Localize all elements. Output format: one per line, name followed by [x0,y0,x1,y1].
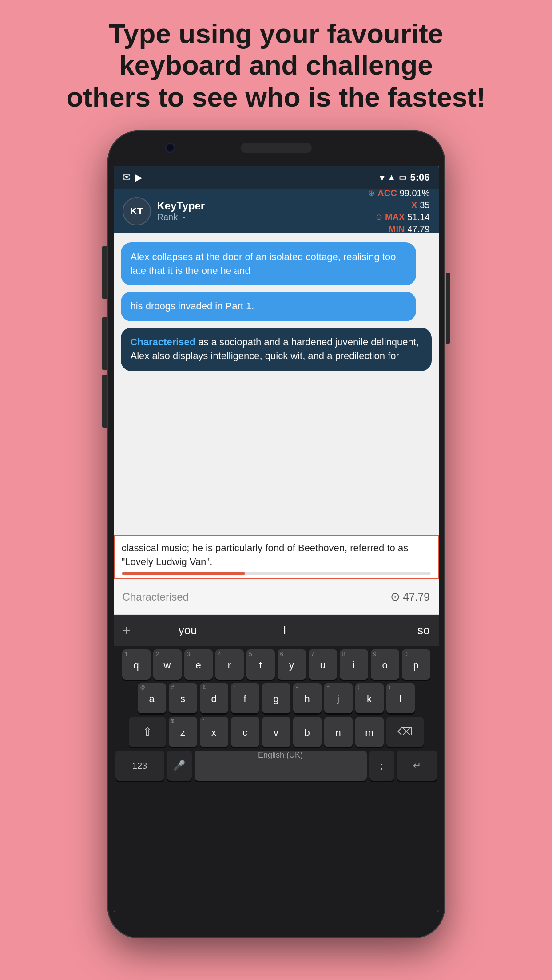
key-l[interactable]: )l [386,683,415,713]
app-stats: ⊕ ACC 99.01% X 35 ⊙ MAX 51.14 MIN [368,188,429,234]
key-n[interactable]: n [324,717,353,747]
status-bar-left: ✉ ▶ [123,172,143,183]
speed-value: 47.79 [403,591,429,603]
key-d[interactable]: &d [200,683,228,713]
max-value: 51.14 [407,212,429,222]
header-line3: others to see who is the fastest! [67,82,486,112]
email-icon: ✉ [123,172,131,183]
battery-icon: ▭ [399,173,406,182]
lang-label: English (UK) [258,751,303,781]
phone-top [107,130,445,166]
max-stat-row: ⊙ MAX 51.14 [376,212,430,222]
key-h[interactable]: +h [293,683,322,713]
key-b[interactable]: b [293,717,322,747]
mic-icon: 🎤 [173,760,185,771]
progress-bar-container [122,572,431,575]
max-label: MAX [385,212,405,222]
keyboard-row-3: ⇧ $z "x c 'v b n m ⌫ [115,717,437,747]
x-value: 35 [420,200,429,210]
front-camera [165,143,175,153]
min-label: MIN [389,224,405,234]
progress-bar-fill [122,572,245,575]
header-line1: Type using your favourite [109,18,443,49]
highlighted-word: Characterised [131,336,196,348]
max-icon: ⊙ [376,212,382,222]
key-c[interactable]: c [231,717,259,747]
chat-area: Alex collapses at the door of an isolate… [114,233,439,535]
key-q[interactable]: 1q [122,649,151,680]
status-bar-right: ▾ ▲ ▭ 5:06 [380,172,430,183]
key-enter[interactable]: ↵ [397,751,437,781]
x-label: X [411,200,417,210]
key-k[interactable]: (k [355,683,384,713]
key-space[interactable]: English (UK) [195,751,367,781]
num-label: 123 [132,761,147,771]
key-mic[interactable]: 🎤 [167,751,192,781]
key-m[interactable]: m [355,717,384,747]
bubble2-text: his droogs invaded in Part 1. [131,300,254,312]
min-value: 47.79 [407,224,429,234]
key-shift[interactable]: ⇧ [129,717,166,747]
key-u[interactable]: 7u [309,649,337,680]
x-stat-row: X 35 [411,200,430,210]
chat-bubble-2: his droogs invaded in Part 1. [121,292,416,321]
acc-label: ACC [377,188,397,198]
chat-bubble-3: Characterised as a sociopath and a harde… [121,328,432,371]
hint-speed: ⊙ 47.79 [390,590,429,604]
key-g[interactable]: -g [262,683,290,713]
app-name: KeyTyper [157,200,369,212]
suggestion-bar: + you I so [114,615,439,646]
status-bar: ✉ ▶ ▾ ▲ ▭ 5:06 [114,166,439,189]
text-input-area[interactable]: classical music; he is particularly fond… [114,535,439,580]
key-t[interactable]: 5t [246,649,275,680]
suggestion-word-2[interactable]: I [236,624,333,637]
key-backspace[interactable]: ⌫ [386,717,424,747]
key-r[interactable]: 4r [215,649,244,680]
acc-value: 99.01% [400,188,430,198]
enter-icon: ↵ [413,760,421,771]
key-comma[interactable]: ; [369,751,394,781]
play-icon: ▶ [135,172,143,183]
key-e[interactable]: 3e [184,649,213,680]
time-display: 5:06 [410,172,429,183]
input-text[interactable]: classical music; he is particularly fond… [122,541,431,569]
key-x[interactable]: "x [200,717,228,747]
key-j[interactable]: =j [324,683,353,713]
keyboard-row-1: 1q 2w 3e 4r 5t 6y 7u 8i 9o 0p [115,649,437,680]
phone-screen: ✉ ▶ ▾ ▲ ▭ 5:06 KT KeyTyper Rank: - [114,166,439,912]
promo-header: Type using your favourite keyboard and c… [0,0,552,122]
avatar: KT [123,197,151,225]
keyboard: 1q 2w 3e 4r 5t 6y 7u 8i 9o 0p @a #s &d *… [114,646,439,911]
acc-stat-row: ⊕ ACC 99.01% [368,188,429,198]
speed-icon: ⊙ [390,590,400,604]
chat-bubble-1: Alex collapses at the door of an isolate… [121,242,416,286]
key-p[interactable]: 0p [402,649,430,680]
speaker-grill [241,143,312,153]
wifi-icon: ▾ [380,172,384,183]
key-f[interactable]: *f [231,683,259,713]
hint-word: Characterised [123,591,391,603]
key-z[interactable]: $z [169,717,197,747]
key-v[interactable]: 'v [262,717,290,747]
bubble1-text: Alex collapses at the door of an isolate… [131,251,396,276]
signal-icon: ▲ [388,173,396,182]
min-stat-row: MIN 47.79 [389,224,430,234]
app-header: KT KeyTyper Rank: - ⊕ ACC 99.01% X 35 [114,189,439,233]
suggestion-plus[interactable]: + [123,622,131,639]
key-y[interactable]: 6y [278,649,306,680]
key-a[interactable]: @a [138,683,166,713]
suggestion-word-1[interactable]: you [139,624,236,637]
keyboard-row-2: @a #s &d *f -g +h =j (k )l [115,683,437,713]
key-w[interactable]: 2w [153,649,182,680]
app-rank: Rank: - [157,212,369,222]
suggestion-word-3[interactable]: so [333,624,429,637]
phone-device: ✉ ▶ ▾ ▲ ▭ 5:06 KT KeyTyper Rank: - [107,130,445,938]
header-line2: keyboard and challenge [119,50,433,80]
acc-icon: ⊕ [368,188,375,198]
word-hint-bar: Characterised ⊙ 47.79 [114,579,439,615]
keyboard-row-4: 123 🎤 English (UK) ; ↵ [115,751,437,781]
key-123[interactable]: 123 [115,751,164,781]
key-s[interactable]: #s [169,683,197,713]
key-i[interactable]: 8i [340,649,368,680]
key-o[interactable]: 9o [371,649,399,680]
